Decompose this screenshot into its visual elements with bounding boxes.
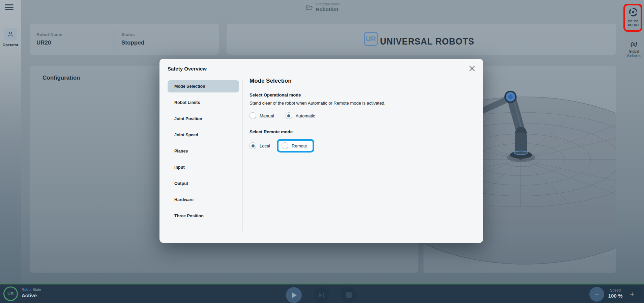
brand-panel: UR UNIVERSAL ROBOTS [227, 24, 616, 55]
global-variables-label: Global Variables [624, 49, 643, 58]
radio-option-automatic[interactable]: Automatic [286, 112, 315, 119]
remote-radio[interactable] [282, 142, 288, 149]
bottom-bar: UR Robot State Active − Speed 100 % + [0, 283, 644, 303]
card-divider [114, 28, 114, 50]
global-variables-icon: {x} [624, 41, 643, 47]
cc-placeholder-text: CC CC CC CC [624, 19, 643, 27]
content-heading: Mode Selection [250, 78, 473, 84]
speed-readout: Speed 100 % [606, 288, 625, 299]
left-sidebar: Operator [0, 0, 21, 283]
program-name-label: Program name [316, 2, 341, 6]
ur-logo-icon-bottom: UR [3, 286, 18, 301]
speed-decrease-button[interactable]: − [589, 287, 604, 302]
nav-item-planes[interactable]: Planes [168, 145, 239, 157]
nav-item-mode-selection[interactable]: Mode Selection [168, 80, 239, 92]
local-radio[interactable] [250, 142, 256, 149]
folder-icon [305, 4, 313, 11]
local-radio-label: Local [260, 143, 270, 148]
remote-mode-label: Select Remote mode [250, 129, 473, 134]
play-icon [291, 292, 297, 299]
manual-radio[interactable] [250, 112, 256, 119]
app-screen: Operator Program name Robotbot CC CC CC … [0, 0, 644, 303]
close-button[interactable] [468, 65, 476, 73]
sidebar-item-global-variables[interactable]: {x} Global Variables [624, 41, 643, 58]
automatic-radio-label: Automatic [296, 113, 315, 118]
skip-icon [319, 293, 324, 298]
operational-mode-description: Stand clear of the robot when Automatic … [250, 101, 473, 106]
operational-mode-label: Select Operational mode [250, 92, 473, 98]
safety-nav: Mode Selection Robot Limits Joint Positi… [168, 80, 239, 226]
skip-button[interactable] [314, 287, 329, 303]
ur-logo-icon: UR [364, 32, 378, 46]
radio-option-manual[interactable]: Manual [250, 112, 274, 119]
radio-option-remote[interactable]: Remote [282, 142, 307, 149]
safety-overview-modal: Safety Overview Mode Selection Robot Lim… [159, 59, 483, 243]
nav-item-joint-speed[interactable]: Joint Speed [168, 129, 239, 141]
brand-name: UNIVERSAL ROBOTS [380, 36, 474, 47]
status-value: Stopped [121, 39, 144, 46]
robot-status-card: Robot Name UR20 Status Stopped [30, 24, 219, 55]
nav-content-divider [242, 80, 243, 231]
manual-radio-label: Manual [260, 113, 274, 118]
remote-radio-label: Remote [292, 143, 307, 148]
operator-icon [4, 28, 17, 40]
play-button[interactable] [286, 287, 302, 303]
robot-state-label: Robot State [22, 287, 41, 292]
speed-value: 100 % [606, 293, 625, 299]
mode-selection-content: Mode Selection Select Operational mode S… [250, 78, 473, 153]
close-icon [469, 65, 475, 72]
remote-option-highlight-box: Remote [277, 139, 314, 153]
robot-name-value: UR20 [36, 39, 62, 46]
program-name-value: Robotbot [316, 6, 341, 12]
speed-control: − Speed 100 % + [589, 286, 642, 302]
nav-item-robot-limits[interactable]: Robot Limits [168, 97, 239, 109]
speed-label: Speed [606, 288, 625, 292]
hamburger-menu-icon[interactable] [5, 4, 13, 10]
status-label: Status [121, 32, 144, 37]
nav-item-joint-position[interactable]: Joint Position [168, 113, 239, 125]
robot-name-label: Robot Name [36, 32, 62, 37]
automatic-radio[interactable] [286, 112, 292, 119]
sidebar-item-operator[interactable]: Operator [0, 28, 21, 47]
program-info[interactable]: Program name Robotbot [305, 2, 341, 12]
app-swirl-icon[interactable] [628, 7, 638, 17]
operational-mode-options: Manual Automatic [250, 112, 473, 119]
stop-button[interactable] [341, 287, 357, 303]
robot-state-value: Active [22, 293, 41, 298]
robot-state: Robot State Active [22, 287, 41, 298]
stop-icon [346, 292, 352, 298]
configuration-title: Configuration [42, 75, 80, 81]
nav-item-output[interactable]: Output [168, 177, 239, 190]
nav-item-hardware[interactable]: Hardware [168, 194, 239, 206]
modal-title: Safety Overview [168, 66, 207, 72]
operator-label: Operator [0, 43, 21, 47]
nav-item-input[interactable]: Input [168, 161, 239, 173]
top-bar: Program name Robotbot [21, 0, 625, 15]
radio-option-local[interactable]: Local [250, 142, 270, 149]
remote-mode-options: Local Remote [250, 139, 473, 153]
nav-item-three-position[interactable]: Three Position [168, 210, 239, 222]
speed-increase-button[interactable]: + [625, 287, 640, 302]
universal-robots-logo: UR UNIVERSAL ROBOTS [364, 32, 479, 47]
